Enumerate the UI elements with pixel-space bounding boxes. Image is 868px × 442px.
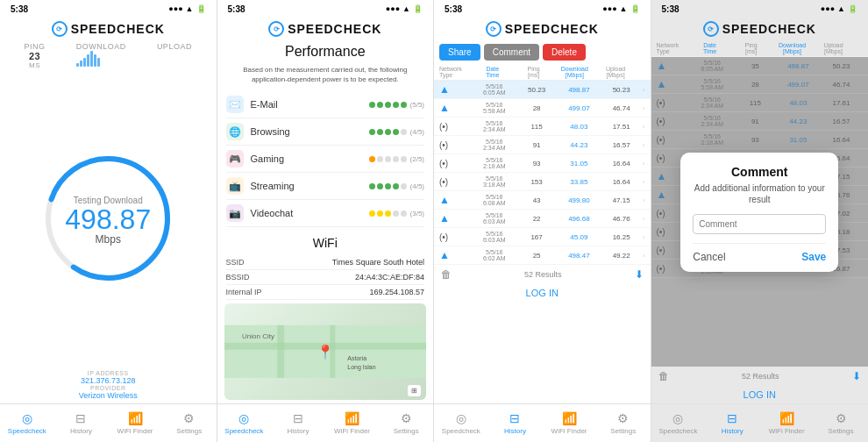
- download-icon-3[interactable]: ⬇: [635, 268, 644, 281]
- table-row[interactable]: (•) 5/5/163:18 AM 153 33.85 16.64 ›: [434, 173, 651, 191]
- status-bar-3: 5:38 ●●● ▲ 🔋: [434, 0, 651, 16]
- table-row[interactable]: ▲ 5/5/166:03 AM 22 496.68 46.76 ›: [434, 210, 651, 228]
- map-expand-icon[interactable]: ⊞: [408, 385, 421, 396]
- nav-settings-1[interactable]: ⚙ Settings: [162, 404, 217, 442]
- streaming-score: (4/5): [410, 182, 424, 190]
- streaming-icon: 📺: [226, 177, 244, 195]
- net-icon: ▲: [439, 102, 473, 114]
- row-date: 5/5/165:58 AM: [473, 102, 516, 114]
- comment-button[interactable]: Comment: [484, 44, 539, 61]
- table-row[interactable]: (•) 5/5/162:18 AM 93 31.05 16.64 ›: [434, 154, 651, 173]
- videochat-label: Videochat: [251, 208, 369, 218]
- row-ul: 16.64: [601, 160, 643, 168]
- dot: [377, 183, 383, 189]
- browsing-score: (4/5): [410, 128, 424, 136]
- row-ul: 47.15: [601, 196, 643, 204]
- status-bar-4: 5:38 ●●● ▲ 🔋: [651, 0, 869, 16]
- nav-speedcheck-4[interactable]: ◎ Speedcheck: [651, 404, 706, 442]
- email-icon: ✉️: [226, 96, 244, 113]
- col-arrow-4: [854, 42, 863, 54]
- perf-item-gaming: 🎮 Gaming (2/5): [226, 146, 425, 173]
- net-icon: (•): [439, 140, 473, 150]
- net-icon: (•): [439, 122, 473, 132]
- ip-value: 321.376.73.128: [0, 376, 217, 385]
- table-row[interactable]: ▲ 5/5/166:08 AM 43 499.80 47.15 ›: [434, 191, 651, 210]
- delete-button[interactable]: Delete: [543, 44, 586, 61]
- perf-item-streaming: 📺 Streaming (4/5): [226, 173, 425, 200]
- table-row[interactable]: (•) 5/5/162:34 AM 91 44.23 16.57 ›: [434, 136, 651, 154]
- row-dl: 48.03: [558, 123, 600, 131]
- internal-ip-label: Internal IP: [226, 288, 262, 296]
- nav-settings-label-1: Settings: [176, 427, 202, 435]
- nav-history-3[interactable]: ⊟ History: [488, 404, 543, 442]
- table-row[interactable]: ▲ 5/5/166:02 AM 25 498.47 49.22 ›: [434, 246, 651, 265]
- svg-text:Long Islan: Long Islan: [347, 364, 375, 371]
- nav-history-4[interactable]: ⊟ History: [705, 404, 759, 442]
- dialog-save-button[interactable]: Save: [801, 251, 826, 263]
- nav-wifi-2[interactable]: 📶 WiFi Finder: [325, 404, 380, 442]
- dot: [393, 102, 399, 108]
- nav-wifi-3[interactable]: 📶 WiFi Finder: [542, 404, 596, 442]
- nav-settings-2[interactable]: ⚙ Settings: [379, 404, 433, 442]
- gauge-center: Testing Download 498.87 Mbps: [65, 191, 151, 245]
- nav-speedcheck-3[interactable]: ◎ Speedcheck: [434, 404, 488, 442]
- trash-icon-3[interactable]: 🗑: [441, 268, 452, 281]
- row-date: 5/5/166:08 AM: [473, 194, 516, 206]
- bottom-nav-1: ◎ Speedcheck ⊟ History 📶 WiFi Finder ⚙ S…: [0, 403, 217, 442]
- row-date: 5/5/162:18 AM: [473, 157, 516, 169]
- nav-history-2[interactable]: ⊟ History: [271, 404, 325, 442]
- row-chevron: ›: [643, 160, 645, 168]
- logo-1: ⟳ SPEEDCHECK: [0, 16, 217, 40]
- wifi-ip-row: Internal IP 169.254.108.57: [226, 285, 425, 300]
- dialog-cancel-button[interactable]: Cancel: [693, 251, 725, 263]
- row-chevron: ›: [643, 196, 645, 204]
- col-ping-4: Ping[ms]: [730, 42, 772, 54]
- download-icon-4[interactable]: ⬇: [852, 370, 861, 382]
- nav-label-4d: Settings: [829, 427, 854, 435]
- row-date: 5/5/163:18 AM: [473, 175, 516, 188]
- row-ul: 16.57: [601, 141, 643, 149]
- nav-speedcheck-2[interactable]: ◎ Speedcheck: [217, 404, 272, 442]
- nav-speedcheck-label-1: Speedcheck: [8, 427, 46, 435]
- nav-speedcheck-1[interactable]: ◎ Speedcheck: [0, 404, 54, 442]
- wifi-finder-icon-3: 📶: [562, 411, 577, 425]
- ping-section: PING 23 ms: [25, 42, 46, 69]
- results-footer-4: 🗑 52 Results ⬇: [651, 367, 869, 386]
- nav-label-2a: Speedcheck: [224, 427, 263, 435]
- logo-4: ⟳ SPEEDCHECK: [651, 16, 869, 40]
- nav-wifi-4[interactable]: 📶 WiFi Finder: [759, 404, 814, 442]
- col-arrow: [636, 66, 644, 78]
- speedcheck-logo-icon-2: ⟳: [268, 21, 284, 37]
- log-in-4[interactable]: LOG IN: [651, 386, 869, 403]
- nav-settings-3[interactable]: ⚙ Settings: [596, 404, 651, 442]
- results-count-3: 52 Results: [524, 270, 562, 279]
- dialog-buttons: Cancel Save: [693, 243, 826, 263]
- gauge-area: Testing Download 498.87 Mbps: [0, 71, 217, 365]
- dialog-title: Comment: [693, 165, 826, 179]
- bssid-label: BSSID: [226, 273, 250, 282]
- share-button[interactable]: Share: [439, 44, 480, 61]
- table-row[interactable]: ▲ 5/5/165:58 AM 28 499.07 46.74 ›: [434, 99, 651, 118]
- wifi-finder-icon-1: 📶: [128, 411, 143, 425]
- log-in-3[interactable]: LOG IN: [434, 284, 651, 302]
- row-ping: 50.23: [516, 86, 558, 94]
- wifi-section: WiFi SSID Times Square South Hotel BSSID…: [217, 227, 434, 300]
- ssid-value: Times Square South Hotel: [332, 258, 424, 267]
- col-network-type-4: NetworkType: [657, 42, 690, 54]
- comment-input[interactable]: [693, 214, 826, 234]
- table-row[interactable]: (•) 5/5/162:34 AM 115 48.03 17.51 ›: [434, 118, 651, 136]
- dot: [377, 129, 383, 135]
- table-row[interactable]: (•) 5/5/166:03 AM 167 45.09 16.25 ›: [434, 228, 651, 246]
- email-label: E-Mail: [251, 99, 369, 110]
- gauge-unit: Mbps: [65, 232, 151, 245]
- dot: [369, 156, 375, 162]
- nav-label-2c: WiFi Finder: [334, 427, 370, 435]
- nav-settings-4[interactable]: ⚙ Settings: [814, 404, 868, 442]
- nav-history-1[interactable]: ⊟ History: [54, 404, 109, 442]
- trash-icon-4[interactable]: 🗑: [658, 370, 669, 382]
- dot: [369, 102, 375, 108]
- speedcheck-logo-text-1: SPEEDCHECK: [71, 22, 165, 36]
- row-chevron: ›: [643, 252, 645, 260]
- table-row[interactable]: ▲ 5/5/166:05 AM 50.23 498.87 50.23 ›: [434, 81, 651, 99]
- nav-wifi-1[interactable]: 📶 WiFi Finder: [108, 404, 162, 442]
